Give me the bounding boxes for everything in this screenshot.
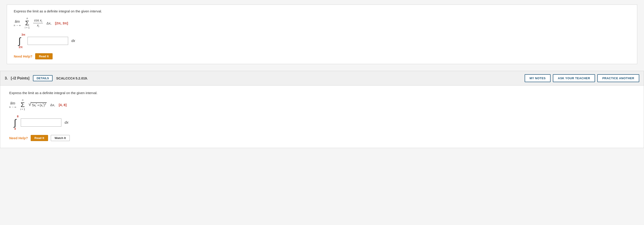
need-help-2: Need Help? Read It xyxy=(14,53,630,59)
integral-symbol-wrapper: 3π ∫ 2π xyxy=(18,33,25,49)
integral-input-2[interactable] xyxy=(28,37,68,45)
integral-display-2: 3π ∫ 2π dx xyxy=(18,33,630,49)
integral-sub-2: 2π xyxy=(19,45,22,49)
problem-3-content: Express the limit as a definite integral… xyxy=(0,86,644,148)
my-notes-button[interactable]: MY NOTES xyxy=(525,74,551,82)
limit-expression: lim n → ∞ xyxy=(14,20,21,27)
limit-expression-3: lim n → ∞ xyxy=(9,101,16,108)
sigma-symbol-3: Σ xyxy=(20,101,25,108)
ask-teacher-button[interactable]: ASK YOUR TEACHER xyxy=(553,74,595,82)
integral-display-3: 8 ∫ 4 dx xyxy=(14,115,635,130)
read-it-button-3[interactable]: Read It xyxy=(31,135,48,141)
read-it-button-2[interactable]: Read It xyxy=(35,53,52,59)
problem-3-math: lim n → ∞ n Σ i = 1 √ 5xi* + (xi*)2 Δx, … xyxy=(9,99,635,110)
sqrt-plus: + xyxy=(37,103,39,107)
sigma-expression-3: n Σ i = 1 xyxy=(20,99,25,110)
interval-2: [2π, 3π] xyxy=(55,21,68,25)
sigma-symbol: Σ xyxy=(25,20,29,26)
integral-input-3[interactable] xyxy=(21,118,62,126)
dx-label-3: dx xyxy=(64,120,68,124)
integral-sup-3: 8 xyxy=(17,115,18,118)
need-help-label-3: Need Help? xyxy=(9,136,28,140)
lim-subscript: n → ∞ xyxy=(14,24,21,27)
sigma-expression: n Σ i = 1 xyxy=(25,17,30,29)
lim-subscript-3: n → ∞ xyxy=(9,106,16,108)
problem-number-3: 3. [-/2 Points] xyxy=(5,76,29,80)
problem-2-math: lim n → ∞ n Σ i = 1 cos xi xi Δx, [2π, 3… xyxy=(14,17,630,29)
lim-text: lim xyxy=(15,20,20,24)
sqrt-term1: 5xi* xyxy=(32,103,37,108)
sqrt-radical: √ xyxy=(28,102,31,107)
problem-3-instruction: Express the limit as a definite integral… xyxy=(9,91,635,95)
integral-symbol: ∫ xyxy=(18,36,21,45)
practice-another-button[interactable]: PRACTICE ANOTHER xyxy=(597,74,639,82)
sqrt-expression: √ 5xi* + (xi*)2 xyxy=(28,102,47,108)
delta-x: Δx, xyxy=(46,21,52,25)
integral-sub-3: 4 xyxy=(14,127,16,130)
fraction-numerator: cos xi xyxy=(33,18,43,23)
lim-text-3: lim xyxy=(10,101,15,106)
problem-header-right: MY NOTES ASK YOUR TEACHER PRACTICE ANOTH… xyxy=(525,74,639,82)
fraction-denominator: xi xyxy=(36,23,40,28)
fraction-expr: cos xi xi xyxy=(33,18,43,28)
integral-symbol-wrapper-3: 8 ∫ 4 xyxy=(14,115,18,130)
details-button-3[interactable]: DETAILS xyxy=(33,75,52,81)
sigma-sub-3: i = 1 xyxy=(20,108,25,110)
integral-sup-2: 3π xyxy=(22,33,25,36)
integral-symbol-3: ∫ xyxy=(14,118,16,127)
watch-it-button-3[interactable]: Watch It xyxy=(51,135,70,141)
sqrt-term2: (xi*)2 xyxy=(40,103,46,108)
problem-2-instruction: Express the limit as a definite integral… xyxy=(14,9,630,13)
need-help-label-2: Need Help? xyxy=(14,54,32,58)
problem-header-left: 3. [-/2 Points] DETAILS SCALCCC4 5.2.019… xyxy=(5,75,88,81)
sqrt-content: 5xi* + (xi*)2 xyxy=(31,102,47,108)
interval-3: [4, 8] xyxy=(59,103,66,107)
problem-2-block: Express the limit as a definite integral… xyxy=(7,4,637,64)
sigma-sub: i = 1 xyxy=(25,26,30,29)
delta-x-3: Δx, xyxy=(50,103,55,107)
problem-code-3: SCALCCC4 5.2.019. xyxy=(56,76,88,80)
need-help-3: Need Help? Read It Watch It xyxy=(9,135,635,141)
problem-3-header: 3. [-/2 Points] DETAILS SCALCCC4 5.2.019… xyxy=(0,71,644,86)
dx-label-2: dx xyxy=(71,39,75,43)
